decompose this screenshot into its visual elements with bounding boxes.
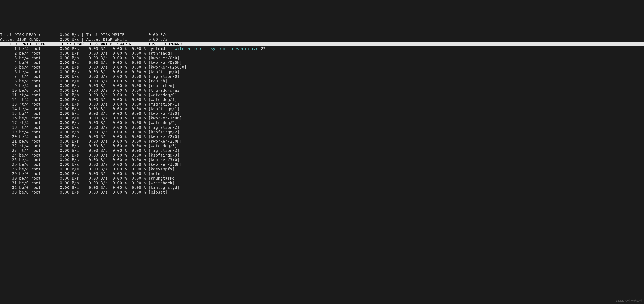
cell-user: root [31, 130, 53, 134]
cell-spacer [146, 69, 148, 74]
cell-io: 0.00 % [127, 139, 146, 144]
cell-command: [ksoftirqd/1] [148, 107, 180, 111]
process-row[interactable]: 26 be/0 root 0.00 B/s 0.00 B/s 0.00 % 0.… [0, 162, 644, 167]
cell-command-trailing: 22 [258, 46, 266, 51]
cell-swapin: 0.00 % [108, 88, 127, 93]
process-row[interactable]: 14 be/4 root 0.00 B/s 0.00 B/s 0.00 % 0.… [0, 107, 644, 111]
process-row[interactable]: 7 rt/4 root 0.00 B/s 0.00 B/s 0.00 % 0.0… [0, 74, 644, 79]
cell-swapin: 0.00 % [108, 102, 127, 107]
cell-io: 0.00 % [127, 107, 146, 111]
cell-prio: be/0 [19, 139, 31, 144]
process-row[interactable]: 21 be/0 root 0.00 B/s 0.00 B/s 0.00 % 0.… [0, 139, 644, 144]
cell-disk-write: 0.00 B/s [79, 139, 108, 144]
cell-swapin: 0.00 % [108, 190, 127, 194]
col-header-disk-read[interactable]: DISK READ [58, 42, 84, 46]
process-row[interactable]: 18 rt/4 root 0.00 B/s 0.00 B/s 0.00 % 0.… [0, 125, 644, 130]
cell-disk-write: 0.00 B/s [79, 162, 108, 167]
cell-prio: be/4 [19, 83, 31, 88]
cell-spacer [146, 148, 148, 153]
process-row[interactable]: 22 rt/4 root 0.00 B/s 0.00 B/s 0.00 % 0.… [0, 144, 644, 148]
cell-spacer [146, 180, 148, 185]
cell-swapin: 0.00 % [108, 65, 127, 69]
cell-disk-write: 0.00 B/s [79, 176, 108, 180]
process-row[interactable]: 11 rt/4 root 0.00 B/s 0.00 B/s 0.00 % 0.… [0, 93, 644, 97]
col-header-prio[interactable]: PRIO [22, 42, 36, 46]
cell-swapin: 0.00 % [108, 176, 127, 180]
cell-tid: 7 [0, 74, 19, 79]
cell-disk-write: 0.00 B/s [79, 51, 108, 56]
cell-io: 0.00 % [127, 60, 146, 65]
cell-tid: 11 [0, 93, 19, 97]
cell-user: root [31, 157, 53, 162]
col-header-user[interactable]: USER [36, 42, 58, 46]
process-row[interactable]: 8 be/4 root 0.00 B/s 0.00 B/s 0.00 % 0.0… [0, 79, 644, 83]
col-header-command[interactable]: COMMAND [156, 42, 182, 46]
cell-command: [kintegrityd] [148, 185, 180, 190]
cell-swapin: 0.00 % [108, 116, 127, 120]
process-row[interactable]: 2 be/4 root 0.00 B/s 0.00 B/s 0.00 % 0.0… [0, 51, 644, 56]
cell-command: [kworker/2:0] [148, 134, 180, 139]
cell-command: [watchdog/0] [148, 93, 177, 97]
cell-prio: rt/4 [19, 74, 31, 79]
cell-command: [kworker/3:0H] [148, 162, 182, 167]
cell-spacer [146, 65, 148, 69]
process-row[interactable]: 12 rt/4 root 0.00 B/s 0.00 B/s 0.00 % 0.… [0, 97, 644, 102]
col-header-disk-write[interactable]: DISK WRITE [84, 42, 112, 46]
process-row[interactable]: 15 be/4 root 0.00 B/s 0.00 B/s 0.00 % 0.… [0, 111, 644, 116]
process-row[interactable]: 20 be/4 root 0.00 B/s 0.00 B/s 0.00 % 0.… [0, 134, 644, 139]
col-header-io[interactable]: IO> [132, 42, 156, 46]
process-row[interactable]: 31 be/0 root 0.00 B/s 0.00 B/s 0.00 % 0.… [0, 180, 644, 185]
process-row[interactable]: 17 rt/4 root 0.00 B/s 0.00 B/s 0.00 % 0.… [0, 120, 644, 125]
cell-command-args: --switched-root --system --deserialize [165, 46, 258, 51]
cell-io: 0.00 % [127, 74, 146, 79]
cell-prio: be/4 [19, 107, 31, 111]
cell-spacer [146, 93, 148, 97]
process-row[interactable]: 16 be/0 root 0.00 B/s 0.00 B/s 0.00 % 0.… [0, 116, 644, 120]
cell-disk-write: 0.00 B/s [79, 93, 108, 97]
process-row[interactable]: 5 be/4 root 0.00 B/s 0.00 B/s 0.00 % 0.0… [0, 65, 644, 69]
cell-prio: rt/4 [19, 148, 31, 153]
cell-prio: be/4 [19, 153, 31, 157]
process-row[interactable]: 6 be/4 root 0.00 B/s 0.00 B/s 0.00 % 0.0… [0, 69, 644, 74]
cell-io: 0.00 % [127, 180, 146, 185]
cell-disk-read: 0.00 B/s [52, 97, 79, 102]
cell-disk-read: 0.00 B/s [52, 51, 79, 56]
process-row[interactable]: 10 be/0 root 0.00 B/s 0.00 B/s 0.00 % 0.… [0, 88, 644, 93]
process-row[interactable]: 33 be/0 root 0.00 B/s 0.00 B/s 0.00 % 0.… [0, 190, 644, 194]
cell-io: 0.00 % [127, 69, 146, 74]
process-row[interactable]: 4 be/0 root 0.00 B/s 0.00 B/s 0.00 % 0.0… [0, 60, 644, 65]
cell-tid: 33 [0, 190, 19, 194]
cell-prio: be/4 [19, 111, 31, 116]
cell-disk-write: 0.00 B/s [79, 111, 108, 116]
cell-command: [kworker/1:0H] [148, 116, 182, 120]
column-header-row[interactable]: TID PRIO USER DISK READ DISK WRITE SWAPI… [0, 42, 644, 46]
cell-command: [kworker/1:0] [148, 111, 180, 116]
process-row[interactable]: 13 rt/4 root 0.00 B/s 0.00 B/s 0.00 % 0.… [0, 102, 644, 107]
process-row[interactable]: 25 be/4 root 0.00 B/s 0.00 B/s 0.00 % 0.… [0, 157, 644, 162]
process-row[interactable]: 19 be/4 root 0.00 B/s 0.00 B/s 0.00 % 0.… [0, 130, 644, 134]
cell-user: root [31, 162, 53, 167]
cell-io: 0.00 % [127, 130, 146, 134]
cell-user: root [31, 185, 53, 190]
process-row[interactable]: 9 be/4 root 0.00 B/s 0.00 B/s 0.00 % 0.0… [0, 83, 644, 88]
cell-spacer [146, 144, 148, 148]
cell-tid: 22 [0, 144, 19, 148]
col-header-tid[interactable]: TID [0, 42, 22, 46]
process-row[interactable]: 32 be/0 root 0.00 B/s 0.00 B/s 0.00 % 0.… [0, 185, 644, 190]
cell-disk-read: 0.00 B/s [52, 167, 79, 171]
process-row[interactable]: 24 be/4 root 0.00 B/s 0.00 B/s 0.00 % 0.… [0, 153, 644, 157]
process-row[interactable]: 30 be/4 root 0.00 B/s 0.00 B/s 0.00 % 0.… [0, 176, 644, 180]
cell-swapin: 0.00 % [108, 83, 127, 88]
process-row[interactable]: 1 be/4 root 0.00 B/s 0.00 B/s 0.00 % 0.0… [0, 46, 644, 51]
process-row[interactable]: 23 rt/4 root 0.00 B/s 0.00 B/s 0.00 % 0.… [0, 148, 644, 153]
cell-command: [kdevtmpfs] [148, 167, 175, 171]
cell-swapin: 0.00 % [108, 56, 127, 60]
col-header-swapin[interactable]: SWAPIN [112, 42, 132, 46]
summary-line-2: Actual DISK READ: 0.00 B/s | Actual DISK… [0, 37, 644, 42]
cell-command: [kworker/0:0] [148, 56, 180, 60]
process-row[interactable]: 28 be/4 root 0.00 B/s 0.00 B/s 0.00 % 0.… [0, 167, 644, 171]
cell-user: root [31, 88, 53, 93]
cell-swapin: 0.00 % [108, 171, 127, 176]
process-row[interactable]: 3 be/4 root 0.00 B/s 0.00 B/s 0.00 % 0.0… [0, 56, 644, 60]
process-row[interactable]: 29 be/0 root 0.00 B/s 0.00 B/s 0.00 % 0.… [0, 171, 644, 176]
